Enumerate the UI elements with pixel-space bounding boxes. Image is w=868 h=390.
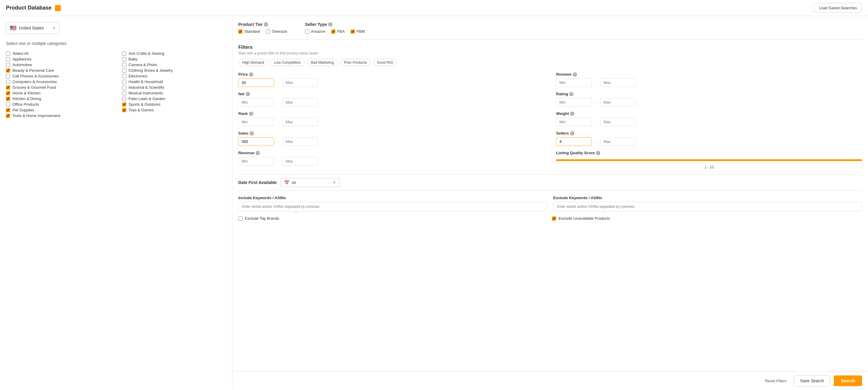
category-item-electronics[interactable]: Electronics [122,73,226,79]
category-checkbox-toys[interactable] [122,108,126,112]
category-item-musical[interactable]: Musical Instruments [122,90,226,96]
product-tier-option-standard[interactable]: Standard [238,29,260,34]
preset-tag-high_demand[interactable]: High Demand [238,59,268,66]
price-max-input[interactable] [282,78,318,87]
category-item-toys[interactable]: Toys & Games [122,107,226,113]
category-item-automotive[interactable]: Automotive [6,62,110,68]
weight-info-icon[interactable]: ? [570,111,574,116]
revenue-info-icon[interactable]: ? [255,151,260,155]
reset-filters-button[interactable]: Reset Filters [762,376,790,386]
category-checkbox-automotive[interactable] [6,63,10,67]
preset-tag-poor_products[interactable]: Poor Products [340,59,371,66]
category-item-cell_phones[interactable]: Cell Phones & Accessories [6,73,110,79]
sales-info-icon[interactable]: ? [250,131,254,135]
category-item-baby[interactable]: Baby [122,56,226,62]
seller-type-checkbox-fba[interactable] [331,30,335,34]
include-keywords-input[interactable] [238,202,547,212]
reviews-info-icon[interactable]: ? [573,72,577,76]
seller-type-checkbox-fbm[interactable] [350,30,355,34]
category-checkbox-musical[interactable] [122,91,126,95]
price-min-input[interactable] [238,78,274,87]
seller-type-checkbox-amazon[interactable] [305,30,309,34]
rating-info-icon[interactable]: ? [569,92,574,96]
reviews-max-input[interactable] [600,78,636,87]
seller-type-info-icon[interactable]: ? [328,22,333,27]
bottom-option-exclude_unavailable[interactable]: Exclude Unavailable Products [552,216,862,221]
category-checkbox-patio[interactable] [122,97,126,101]
sales-min-input[interactable] [238,137,274,146]
preset-tag-bad_marketing[interactable]: Bad Marketing [307,59,338,66]
category-checkbox-electronics[interactable] [122,74,126,78]
seller-type-option-fbm[interactable]: FBM [350,29,365,34]
category-checkbox-home_kitchen[interactable] [6,91,10,95]
product-tier-option-oversize[interactable]: Oversize [266,29,287,34]
category-checkbox-tools[interactable] [6,114,10,118]
category-checkbox-arts_crafts[interactable] [122,52,126,56]
preset-tag-good_roi[interactable]: Good ROI [373,59,397,66]
revenue-min-input[interactable] [238,157,274,165]
date-selector[interactable]: 📅 All ▼ [280,178,340,187]
category-item-arts_crafts[interactable]: Arts Crafts & Sewing [122,51,226,56]
category-checkbox-beauty[interactable] [6,68,10,73]
category-checkbox-sports[interactable] [122,102,126,106]
sales-max-input[interactable] [282,137,318,146]
save-search-button[interactable]: Save Search [794,375,830,386]
bottom-checkbox-exclude_top_brands[interactable] [238,217,243,221]
category-item-kitchen_dining[interactable]: Kitchen & Dining [6,96,110,101]
price-info-icon[interactable]: ? [249,72,253,76]
category-item-clothing[interactable]: Clothing Shoes & Jewelry [122,68,226,73]
product-tier-checkbox-standard[interactable] [238,30,243,34]
sellers-info-icon[interactable]: ? [570,131,574,135]
seller-type-option-fba[interactable]: FBA [331,29,345,34]
category-checkbox-appliances[interactable] [6,57,10,61]
category-checkbox-baby[interactable] [122,57,126,61]
category-checkbox-kitchen_dining[interactable] [6,97,10,101]
category-checkbox-pet[interactable] [6,108,10,112]
product-tier-info-icon[interactable]: ? [264,22,268,27]
seller-type-option-amazon[interactable]: Amazon [305,29,325,34]
category-item-health[interactable]: Health & Household [122,79,226,85]
load-saved-button[interactable]: Load Saved Searches [814,3,862,13]
bottom-option-exclude_top_brands[interactable]: Exclude Top Brands [238,216,548,221]
category-checkbox-cell_phones[interactable] [6,74,10,78]
preset-tag-low_competition[interactable]: Low Competition [270,59,304,66]
category-item-camera[interactable]: Camera & Photo [122,62,226,68]
category-item-office[interactable]: Office Products [6,101,110,107]
net-info-icon[interactable]: ? [246,92,250,96]
category-checkbox-select_all[interactable] [6,52,10,56]
rating-max-input[interactable] [600,98,636,106]
rank-max-input[interactable] [282,118,318,126]
rank-info-icon[interactable]: ? [249,111,253,116]
category-checkbox-camera[interactable] [122,63,126,67]
category-item-pet[interactable]: Pet Supplies [6,107,110,113]
reviews-min-input[interactable] [556,78,592,87]
category-item-beauty[interactable]: Beauty & Personal Care [6,68,110,73]
product-tier-checkbox-oversize[interactable] [266,30,270,34]
category-checkbox-computers[interactable] [6,80,10,84]
revenue-max-input[interactable] [282,157,318,165]
category-item-sports[interactable]: Sports & Outdoors [122,101,226,107]
category-item-select_all[interactable]: Select All [6,51,110,56]
weight-max-input[interactable] [600,118,636,126]
category-checkbox-office[interactable] [6,102,10,106]
category-checkbox-clothing[interactable] [122,68,126,73]
sellers-max-input[interactable] [600,137,636,146]
rating-min-input[interactable] [556,98,592,106]
net-max-input[interactable] [282,98,318,106]
category-checkbox-industrial[interactable] [122,86,126,90]
search-button[interactable]: Search [834,376,862,386]
category-item-industrial[interactable]: Industrial & Scientific [122,85,226,90]
category-item-appliances[interactable]: Appliances [6,56,110,62]
category-item-home_kitchen[interactable]: Home & Kitchen [6,90,110,96]
sellers-min-input[interactable] [556,137,592,146]
bottom-checkbox-exclude_unavailable[interactable] [552,217,556,221]
exclude-keywords-input[interactable] [553,202,862,212]
category-checkbox-health[interactable] [122,80,126,84]
country-selector[interactable]: 🇺🇸 United States ▼ [6,22,60,34]
weight-min-input[interactable] [556,118,592,126]
category-item-grocery[interactable]: Grocery & Gourmet Food [6,85,110,90]
category-item-patio[interactable]: Patio Lawn & Garden [122,96,226,101]
category-item-tools[interactable]: Tools & Home Improvement [6,113,110,119]
rank-min-input[interactable] [238,118,274,126]
category-item-computers[interactable]: Computers & Accessories [6,79,110,85]
